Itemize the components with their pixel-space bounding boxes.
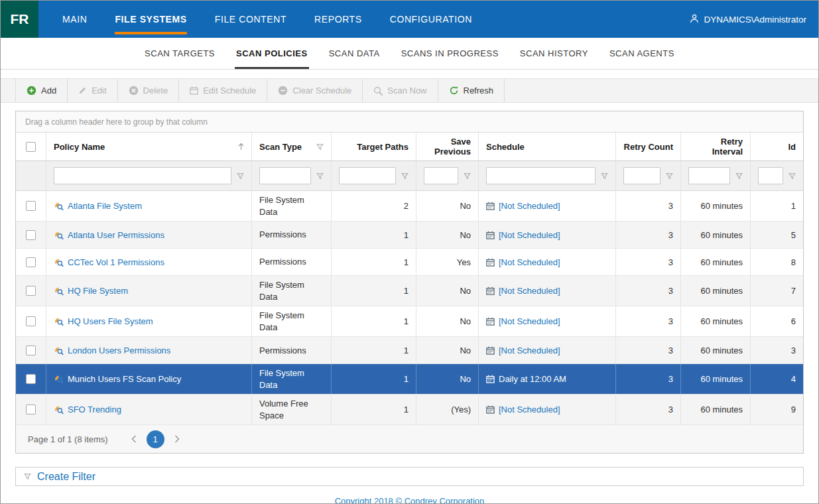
row-checkbox-cell bbox=[16, 395, 46, 424]
sort-asc-icon bbox=[238, 143, 244, 151]
policy-row-cctec-vol-1-permissions[interactable]: CCTec Vol 1 PermissionsPermissions1Yes[N… bbox=[16, 249, 803, 276]
filter-row-spacer bbox=[16, 161, 46, 190]
column-header-label: Target Paths bbox=[357, 142, 409, 152]
filter-input-id[interactable] bbox=[758, 167, 783, 184]
filter-icon[interactable] bbox=[788, 172, 796, 180]
policy-name-link[interactable]: HQ Users File System bbox=[68, 316, 153, 326]
id-cell: 5 bbox=[751, 221, 803, 248]
schedule-link[interactable]: [Not Scheduled] bbox=[499, 230, 560, 240]
tab-scan-history[interactable]: SCAN HISTORY bbox=[509, 38, 599, 69]
user-menu[interactable]: DYNAMICS\Administrator bbox=[690, 1, 818, 38]
row-checkbox[interactable] bbox=[26, 286, 36, 296]
toolbar-button-label: Clear Schedule bbox=[292, 86, 351, 95]
policy-name-link[interactable]: HQ File System bbox=[68, 286, 128, 296]
main-nav: MAINFILE SYSTEMSFILE CONTENTREPORTSCONFI… bbox=[48, 1, 486, 38]
clear-schedule-button: Clear Schedule bbox=[267, 79, 363, 102]
schedule-link[interactable]: [Not Scheduled] bbox=[499, 346, 560, 355]
pager-next-button[interactable] bbox=[168, 430, 186, 448]
schedule-link[interactable]: [Not Scheduled] bbox=[499, 201, 560, 211]
delete-button: Delete bbox=[118, 79, 180, 102]
save-previous-cell: No bbox=[416, 276, 479, 306]
row-checkbox[interactable] bbox=[26, 405, 36, 414]
filter-input-schedule[interactable] bbox=[486, 167, 596, 184]
nav-item-main[interactable]: MAIN bbox=[48, 1, 101, 38]
pager-prev-button[interactable] bbox=[125, 430, 143, 448]
toolbar-button-label: Add bbox=[41, 86, 56, 95]
row-checkbox[interactable] bbox=[26, 257, 36, 267]
schedule-link[interactable]: [Not Scheduled] bbox=[499, 257, 560, 267]
nav-item-file-systems[interactable]: FILE SYSTEMS bbox=[101, 1, 200, 38]
filter-icon[interactable] bbox=[464, 172, 471, 180]
group-by-panel[interactable]: Drag a column header here to group by th… bbox=[16, 111, 803, 133]
tab-scan-agents[interactable]: SCAN AGENTS bbox=[599, 38, 685, 69]
policy-name-link[interactable]: Atlanta User Permissions bbox=[68, 230, 164, 240]
policy-row-atlanta-file-system[interactable]: Atlanta File SystemFile System Data2No[N… bbox=[16, 191, 803, 221]
tab-scans-in-progress[interactable]: SCANS IN PROGRESS bbox=[391, 38, 509, 69]
target-paths-cell: 1 bbox=[332, 249, 416, 275]
filter-icon[interactable] bbox=[316, 172, 324, 180]
policy-name-link[interactable]: CCTec Vol 1 Permissions bbox=[68, 257, 164, 267]
row-checkbox[interactable] bbox=[26, 374, 36, 384]
row-checkbox[interactable] bbox=[26, 346, 36, 355]
nav-item-file-content[interactable]: FILE CONTENT bbox=[201, 1, 300, 38]
refresh-button[interactable]: Refresh bbox=[438, 79, 505, 102]
filter-icon[interactable] bbox=[237, 172, 244, 180]
policy-name-link[interactable]: Atlanta File System bbox=[68, 201, 142, 211]
column-header-save-previous[interactable]: Save Previous bbox=[416, 133, 479, 160]
policy-row-sfo-trending[interactable]: SFO TrendingVolume Free Space1(Yes)[Not … bbox=[16, 395, 803, 425]
filter-icon[interactable] bbox=[601, 172, 608, 180]
column-header-retry-interval[interactable]: Retry Interval bbox=[681, 133, 751, 160]
schedule-link[interactable]: [Not Scheduled] bbox=[499, 286, 560, 296]
delete-icon bbox=[129, 86, 139, 95]
filter-input-policy[interactable] bbox=[54, 167, 231, 184]
id-cell: 8 bbox=[751, 249, 803, 275]
column-header-id[interactable]: Id bbox=[751, 133, 803, 160]
policy-row-hq-users-file-system[interactable]: HQ Users File SystemFile System Data1No[… bbox=[16, 306, 803, 337]
policy-name-link[interactable]: Munich Users FS Scan Policy bbox=[68, 374, 181, 384]
filter-icon[interactable] bbox=[666, 172, 673, 180]
filter-input-retrycount[interactable] bbox=[623, 167, 661, 184]
policy-name-link[interactable]: London Users Permissions bbox=[68, 346, 170, 355]
policy-row-munich-users-fs-scan-policy[interactable]: Munich Users FS Scan PolicyFile System D… bbox=[16, 364, 803, 395]
create-filter-link[interactable]: Create Filter bbox=[37, 471, 95, 483]
column-header-policy-name[interactable]: Policy Name bbox=[46, 133, 252, 160]
policy-row-hq-file-system[interactable]: HQ File SystemFile System Data1No[Not Sc… bbox=[16, 276, 803, 306]
app-logo[interactable]: FR bbox=[1, 1, 38, 38]
target-paths-cell: 2 bbox=[332, 191, 416, 221]
filter-input-saveprev[interactable] bbox=[424, 167, 458, 184]
id-cell: 6 bbox=[751, 306, 803, 336]
filter-icon[interactable] bbox=[735, 172, 743, 180]
nav-item-configuration[interactable]: CONFIGURATION bbox=[376, 1, 486, 38]
column-header-scan-type[interactable]: Scan Type bbox=[252, 133, 332, 160]
filter-input-paths[interactable] bbox=[339, 167, 396, 184]
filter-input-retryint[interactable] bbox=[688, 167, 730, 184]
tab-scan-data[interactable]: SCAN DATA bbox=[318, 38, 391, 69]
filter-icon[interactable] bbox=[316, 143, 324, 151]
tab-scan-policies[interactable]: SCAN POLICIES bbox=[225, 38, 318, 69]
column-header-retry-count[interactable]: Retry Count bbox=[616, 133, 681, 160]
row-checkbox-cell bbox=[16, 191, 46, 221]
schedule-link[interactable]: [Not Scheduled] bbox=[499, 316, 560, 326]
nav-item-reports[interactable]: REPORTS bbox=[300, 1, 376, 38]
target-paths-cell: 1 bbox=[332, 337, 416, 363]
policy-row-atlanta-user-permissions[interactable]: Atlanta User PermissionsPermissions1No[N… bbox=[16, 221, 803, 249]
filter-input-scantype[interactable] bbox=[259, 167, 311, 184]
column-header-schedule[interactable]: Schedule bbox=[479, 133, 616, 160]
column-header-target-paths[interactable]: Target Paths bbox=[332, 133, 416, 160]
row-checkbox[interactable] bbox=[26, 230, 36, 240]
schedule-link[interactable]: Daily at 12:00 AM bbox=[499, 374, 566, 384]
select-all-checkbox[interactable] bbox=[26, 142, 36, 152]
policy-name-cell: SFO Trending bbox=[46, 395, 252, 424]
policy-row-london-users-permissions[interactable]: London Users PermissionsPermissions1No[N… bbox=[16, 337, 803, 364]
calendar-icon bbox=[486, 286, 495, 295]
row-checkbox[interactable] bbox=[26, 201, 36, 211]
schedule-cell: [Not Scheduled] bbox=[479, 191, 616, 221]
add-button[interactable]: Add bbox=[15, 79, 68, 102]
schedule-link[interactable]: [Not Scheduled] bbox=[499, 405, 560, 414]
pager-page-button[interactable]: 1 bbox=[147, 430, 164, 448]
filter-icon[interactable] bbox=[401, 172, 409, 180]
scan-policy-icon bbox=[54, 257, 64, 267]
tab-scan-targets[interactable]: SCAN TARGETS bbox=[134, 38, 225, 69]
row-checkbox[interactable] bbox=[26, 316, 36, 326]
policy-name-link[interactable]: SFO Trending bbox=[68, 405, 121, 414]
